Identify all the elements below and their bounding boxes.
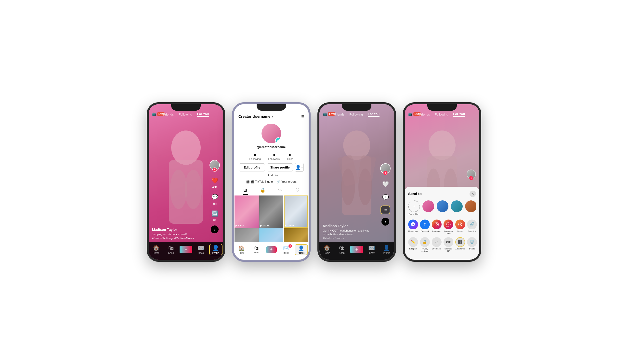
- tab-likes[interactable]: ♡: [289, 185, 306, 195]
- tiktok-logo-1: ♪: [211, 225, 219, 233]
- tab-reposts[interactable]: ↪: [271, 185, 289, 195]
- nav-shop-3[interactable]: 🛍 Shop: [336, 245, 348, 254]
- contact-avatar-3: [451, 200, 463, 212]
- tab-private[interactable]: 🔒: [254, 185, 271, 195]
- app-delete[interactable]: 🗑️ Delete: [467, 237, 477, 252]
- facebook-label: Facebook: [420, 230, 429, 232]
- follow-plus-1[interactable]: +: [212, 167, 217, 172]
- app-messenger[interactable]: Messenger: [408, 219, 418, 235]
- nav-profile-1[interactable]: 👤 Profile: [210, 244, 222, 255]
- video-thumb-1[interactable]: ▶ 179.1K: [235, 196, 259, 228]
- video-username-3: Madison Taylor: [323, 224, 372, 228]
- app-gif[interactable]: GIF Share as GIF: [444, 237, 453, 252]
- like-btn-3[interactable]: 🤍: [381, 180, 390, 189]
- video-thumb-2[interactable]: ▶ 100.8K: [259, 196, 284, 228]
- share-btn-1[interactable]: ↪️ 38: [210, 209, 219, 221]
- nav-create-3[interactable]: +: [351, 246, 363, 253]
- nav-profile-2[interactable]: 👤 Profile: [295, 245, 307, 255]
- nav-shop-2[interactable]: 🛍 Shop: [250, 245, 262, 254]
- nav-friends-4[interactable]: Friends: [419, 113, 430, 116]
- nav-foryou-1[interactable]: For You: [197, 112, 209, 117]
- nav-friends-3[interactable]: Friends: [334, 113, 344, 116]
- create-btn-2[interactable]: +: [266, 246, 277, 253]
- app-privacy[interactable]: 🔒 Privacy settings: [420, 237, 430, 252]
- nav-profile-3[interactable]: 👤 Profile: [381, 245, 393, 254]
- app-edit[interactable]: ✏️ Edit post: [408, 237, 418, 252]
- app-ig-direct[interactable]: Instagram Direct: [444, 219, 453, 235]
- notch-4: [427, 104, 457, 111]
- add-to-story[interactable]: + Add to Story: [408, 200, 420, 215]
- profile-icon-1: 👤: [212, 245, 219, 251]
- nav-following-1[interactable]: Following: [179, 113, 192, 116]
- profile-avatar[interactable]: +: [261, 124, 281, 143]
- profile-icon-3: 👤: [383, 245, 390, 251]
- nav-shop-1[interactable]: 🛍 Shop: [165, 245, 177, 254]
- more-dots-3: •••: [384, 208, 387, 212]
- contact-2[interactable]: [437, 200, 448, 215]
- comment-btn-1[interactable]: 💬 458: [210, 193, 219, 205]
- app-facebook[interactable]: f Facebook: [420, 219, 430, 235]
- nav-create-1[interactable]: +: [180, 246, 192, 253]
- nav-following-4[interactable]: Following: [435, 113, 448, 116]
- profile-icon-2: 👤: [298, 245, 304, 251]
- add-story-circle[interactable]: +: [408, 200, 420, 212]
- more-btn-3[interactable]: •••: [381, 206, 390, 214]
- video-thumb-3[interactable]: ▶ 228.6K: [284, 196, 308, 228]
- nav-home-1[interactable]: 🏠 Home: [150, 245, 162, 254]
- contact-1[interactable]: [422, 200, 434, 215]
- your-orders-link[interactable]: 🛒 Your orders: [277, 180, 297, 183]
- svg-point-3: [185, 170, 202, 209]
- studio-icon: 🎬: [246, 180, 250, 183]
- svg-rect-22: [461, 242, 462, 244]
- nav-foryou-3[interactable]: For You: [368, 112, 380, 117]
- inbox-label-2: Inbox: [284, 252, 289, 254]
- create-btn-3[interactable]: +: [351, 246, 362, 253]
- svg-rect-20: [461, 240, 462, 242]
- app-ad-settings[interactable]: Ad settings: [455, 237, 465, 252]
- bio-text: Add bio: [268, 174, 278, 177]
- nav-create-2[interactable]: +: [265, 246, 277, 253]
- contact-3[interactable]: [451, 200, 463, 215]
- app-instagram[interactable]: Instagram: [432, 219, 442, 235]
- inbox-icon-3: ✉️: [368, 245, 375, 251]
- app-live-photo[interactable]: ⊙ Live Photo: [432, 237, 442, 252]
- add-friend-btn[interactable]: 👤+: [295, 163, 304, 172]
- nav-friends-1[interactable]: Friends: [163, 113, 174, 116]
- edit-profile-btn[interactable]: Edit profile: [239, 163, 265, 171]
- nav-inbox-2[interactable]: ✉️ 2 Inbox: [280, 245, 292, 254]
- add-bio[interactable]: + Add bio: [234, 172, 309, 179]
- follow-plus-3[interactable]: +: [383, 171, 388, 175]
- comment-btn-3[interactable]: 💬: [381, 193, 390, 202]
- stories-label: Stories: [457, 230, 463, 232]
- nav-inbox-3[interactable]: ✉️ Inbox: [366, 245, 378, 254]
- phone-3: 📺 LIVE Friends Following For You +: [317, 102, 396, 262]
- phone-2: Creator Username ▾ ≡ + @creatorusername: [232, 102, 311, 262]
- app-stories[interactable]: Stories: [455, 219, 465, 235]
- hamburger-icon[interactable]: ≡: [301, 114, 304, 119]
- nav-following-3[interactable]: Following: [349, 113, 363, 116]
- inbox-label-3: Inbox: [369, 252, 375, 254]
- nav-home-2[interactable]: 🏠 Home: [235, 245, 247, 254]
- follow-plus-4[interactable]: +: [469, 176, 473, 180]
- nav-foryou-4[interactable]: For You: [453, 112, 465, 117]
- tab-videos[interactable]: ⊞: [236, 185, 254, 195]
- create-btn-1[interactable]: +: [180, 246, 191, 253]
- video-caption-1: Jumping on this dance trend! #DanceChall…: [152, 232, 201, 240]
- nav-home-3[interactable]: 🏠 Home: [321, 245, 333, 254]
- profile-label-1: Profile: [212, 252, 219, 254]
- bottom-nav-3: 🏠 Home 🛍 Shop + ✉️ Inbox �: [319, 242, 394, 260]
- phone1-background: 📺 LIVE Friends Following For You +: [149, 104, 223, 260]
- profile-username-row: Creator Username ▾: [238, 114, 273, 119]
- nav-inbox-1[interactable]: ✉️ Inbox: [195, 245, 207, 254]
- contact-4[interactable]: [465, 200, 476, 215]
- close-btn[interactable]: ✕: [470, 191, 476, 197]
- like-btn-1[interactable]: ❤️ 45K: [210, 176, 219, 189]
- app-copy-link[interactable]: 🔗 Copy link: [467, 219, 477, 235]
- share-profile-btn[interactable]: Share profile: [267, 163, 293, 171]
- stories-icon: [455, 219, 465, 229]
- stat-likes: 0 Likes: [287, 153, 293, 160]
- add-avatar-btn[interactable]: +: [275, 137, 281, 143]
- svg-rect-19: [458, 240, 460, 242]
- top-nav-1: Friends Following For You: [149, 112, 223, 117]
- tiktok-studio-link[interactable]: 🎬 🎬 TikTok Studio: [246, 180, 273, 183]
